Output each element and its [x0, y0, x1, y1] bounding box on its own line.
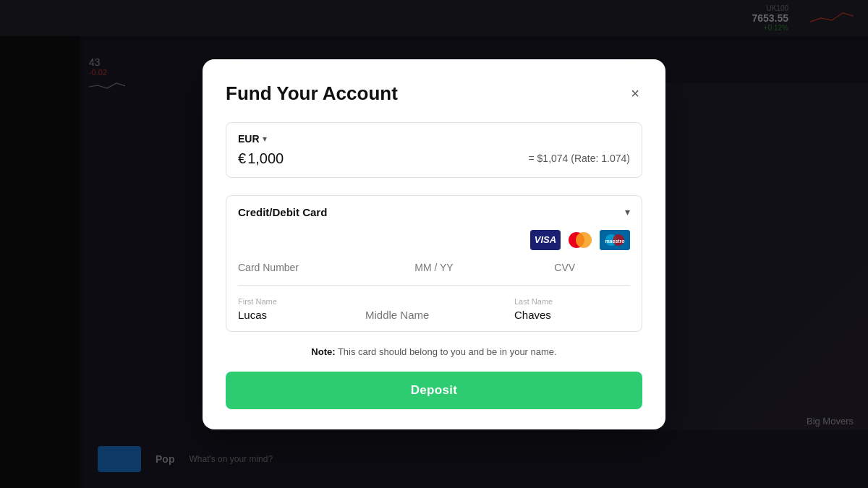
note-bold: Note:	[311, 346, 335, 357]
last-name-value: Chaves	[514, 309, 630, 321]
currency-code: EUR	[238, 133, 260, 145]
fund-account-modal: Fund Your Account × EUR ▾ € = $1,074 (Ra…	[203, 59, 665, 429]
card-number-group	[238, 262, 369, 273]
cvv-input[interactable]	[499, 262, 630, 273]
svg-point-1	[576, 232, 592, 248]
payment-header[interactable]: Credit/Debit Card ▾	[238, 206, 630, 218]
modal-header: Fund Your Account ×	[226, 82, 642, 105]
modal-title: Fund Your Account	[226, 82, 398, 105]
name-fields: First Name Lucas Last Name Chaves	[238, 297, 630, 321]
first-name-label: First Name	[238, 297, 354, 306]
expiry-group	[369, 262, 500, 273]
payment-method-label: Credit/Debit Card	[238, 206, 327, 218]
amount-input-wrap: €	[238, 150, 334, 167]
card-number-input[interactable]	[238, 262, 369, 273]
first-name-group: First Name Lucas	[238, 297, 354, 321]
conversion-text: = $1,074 (Rate: 1.074)	[529, 153, 631, 164]
mastercard-logo	[565, 230, 595, 250]
currency-section: EUR ▾ € = $1,074 (Rate: 1.074)	[226, 122, 642, 178]
modal-overlay: Fund Your Account × EUR ▾ € = $1,074 (Ra…	[0, 0, 868, 488]
amount-row: € = $1,074 (Rate: 1.074)	[238, 150, 630, 167]
close-button[interactable]: ×	[628, 83, 642, 103]
last-name-label: Last Name	[514, 297, 630, 306]
first-name-value: Lucas	[238, 309, 354, 321]
middle-name-input[interactable]	[365, 309, 503, 321]
card-fields	[238, 262, 630, 286]
visa-logo: VISA	[530, 230, 561, 250]
payment-chevron-icon: ▾	[625, 206, 630, 218]
currency-chevron-icon: ▾	[263, 134, 267, 144]
payment-section: Credit/Debit Card ▾ VISA maestro	[226, 195, 642, 332]
amount-input[interactable]	[247, 150, 334, 167]
note-section: Note: This card should belong to you and…	[226, 346, 642, 357]
last-name-group: Last Name Chaves	[514, 297, 630, 321]
svg-text:maestro: maestro	[605, 239, 624, 244]
cvv-group	[499, 262, 630, 273]
expiry-input[interactable]	[369, 262, 500, 273]
deposit-button[interactable]: Deposit	[226, 372, 642, 409]
maestro-logo: maestro	[600, 230, 630, 250]
middle-name-group	[365, 297, 503, 321]
currency-selector[interactable]: EUR ▾	[238, 133, 630, 145]
note-text: This card should belong to you and be in…	[336, 346, 557, 357]
card-logos: VISA maestro	[238, 230, 630, 250]
currency-symbol: €	[238, 150, 246, 167]
